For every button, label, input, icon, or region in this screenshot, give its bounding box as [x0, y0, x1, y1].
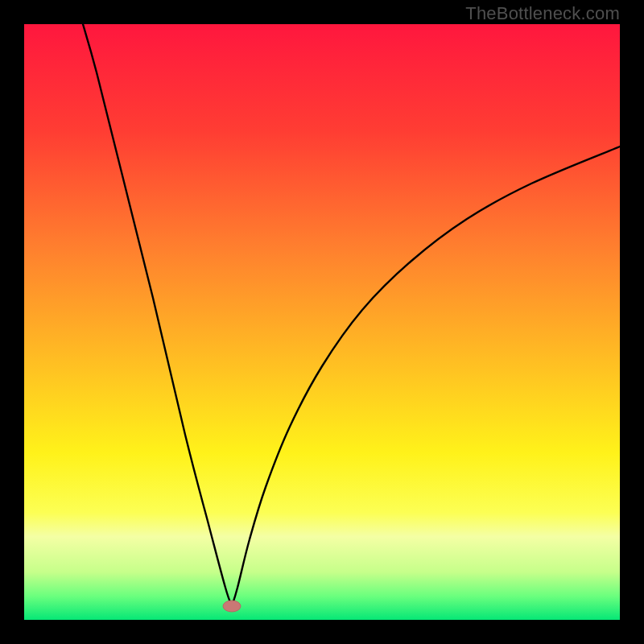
curve-layer	[24, 24, 620, 620]
plot-area	[24, 24, 620, 620]
minimum-marker	[223, 601, 241, 612]
chart-frame: TheBottleneck.com	[0, 0, 644, 644]
right-curve	[232, 147, 620, 606]
left-curve	[83, 24, 232, 606]
watermark-text: TheBottleneck.com	[465, 3, 620, 24]
